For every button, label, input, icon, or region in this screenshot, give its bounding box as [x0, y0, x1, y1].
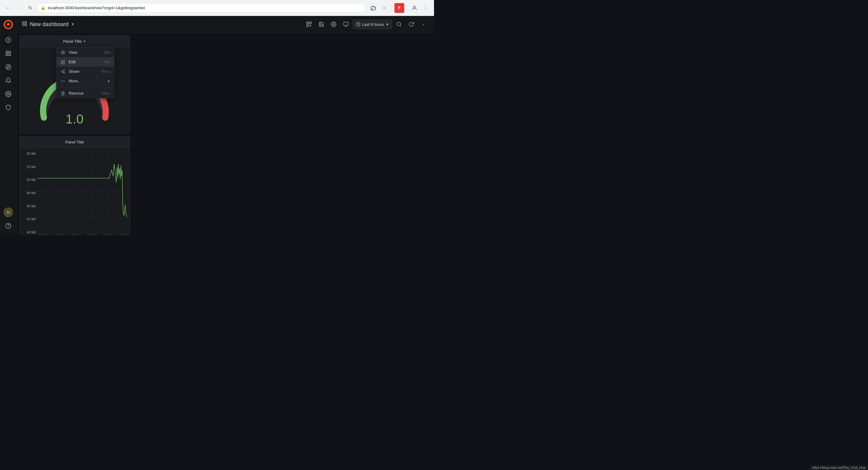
x-label-4: 19:00 — [102, 234, 111, 235]
x-label-3: 18:00 — [86, 234, 95, 235]
svg-rect-9 — [6, 54, 8, 56]
panel1-header[interactable]: Panel Title ▼ — [20, 36, 129, 47]
svg-marker-12 — [7, 66, 9, 68]
svg-point-1 — [413, 6, 415, 8]
svg-rect-17 — [25, 22, 27, 23]
dashboard-grid-icon — [22, 21, 27, 28]
svg-point-38 — [63, 81, 63, 81]
x-label-0: 15:00 — [37, 234, 46, 235]
svg-rect-16 — [22, 22, 24, 23]
y-label-4: 45 Mil — [27, 204, 36, 208]
svg-rect-22 — [307, 25, 308, 27]
browser-chrome: ← → ↻ 🔒 localhost:3000/dashboard/new?org… — [0, 0, 434, 16]
panel1-title: Panel Title — [63, 39, 82, 43]
svg-point-34 — [61, 71, 63, 72]
refresh-button[interactable] — [406, 19, 417, 30]
title-dropdown-arrow[interactable]: ▼ — [71, 22, 74, 26]
app-container: H — [0, 16, 434, 235]
sidebar-item-explore[interactable] — [2, 61, 14, 73]
add-panel-button[interactable] — [304, 19, 315, 30]
gauge-panel: Panel Title ▼ View ⌨ — [19, 35, 130, 134]
address-bar[interactable]: 🔒 localhost:3000/dashboard/new?orgId=1&g… — [37, 3, 366, 13]
reload-button[interactable]: ↻ — [26, 4, 34, 12]
top-bar-actions: Last 6 hours ▼ ‹ — [304, 19, 429, 30]
time-range-label: Last 6 hours — [362, 22, 384, 27]
bookmark-button[interactable]: ☆ — [379, 3, 389, 13]
remove-label: Remove — [69, 91, 98, 95]
context-menu-share[interactable]: Share ⌨ p s — [57, 67, 114, 76]
chart-wrapper: 55 Mil 53 Mil 50 Mil 48 Mil 45 Mil 43 Mi… — [20, 148, 129, 235]
edit-shortcut: ⌨ e — [104, 60, 111, 64]
svg-rect-10 — [9, 54, 11, 56]
svg-point-33 — [64, 70, 65, 71]
y-label-6: 40 Mil — [27, 230, 36, 234]
x-label-2: 17:00 — [70, 234, 79, 235]
chart-x-labels: 15:00 16:00 17:00 18:00 19:00 20:00 — [37, 234, 127, 235]
edit-icon — [60, 60, 66, 64]
dashboard-title: New dashboard — [30, 21, 68, 28]
chart-y-labels: 55 Mil 53 Mil 50 Mil 48 Mil 45 Mil 43 Mi… — [20, 152, 37, 234]
extension-button[interactable]: F — [394, 3, 404, 13]
svg-line-31 — [400, 25, 401, 26]
panel2-title: Panel Title — [65, 140, 84, 144]
svg-rect-26 — [343, 22, 348, 26]
context-menu-more[interactable]: More... ► — [57, 76, 114, 86]
profile-button[interactable] — [409, 3, 419, 13]
chart-panel: Panel Title 55 Mil 53 Mil 50 Mil 48 Mil … — [19, 136, 130, 235]
sidebar-item-create[interactable] — [2, 34, 14, 46]
svg-point-30 — [397, 22, 401, 26]
x-label-1: 16:00 — [54, 234, 62, 235]
panel1-dropdown-arrow: ▼ — [83, 40, 86, 43]
sidebar: H — [0, 16, 17, 235]
forward-button[interactable]: → — [15, 4, 23, 12]
settings-button[interactable] — [328, 19, 339, 30]
tv-mode-button[interactable] — [340, 19, 351, 30]
y-label-5: 43 Mil — [27, 217, 36, 221]
context-menu-remove[interactable]: Remove ⌨ p r — [57, 88, 114, 98]
title-area: New dashboard ▼ — [22, 21, 301, 28]
sidebar-item-configuration[interactable] — [2, 88, 14, 100]
menu-button[interactable]: ⋮ — [421, 3, 430, 13]
more-icon — [60, 79, 66, 83]
remove-icon — [60, 91, 66, 95]
back-button[interactable]: ← — [4, 4, 12, 12]
y-label-2: 50 Mil — [27, 178, 36, 181]
more-options-button[interactable]: ‹ — [418, 19, 429, 30]
view-shortcut: ⌨ v — [104, 51, 111, 54]
svg-point-39 — [64, 81, 64, 81]
sidebar-item-help[interactable] — [2, 219, 14, 232]
remove-shortcut: ⌨ p r — [102, 92, 111, 95]
context-menu-view[interactable]: View ⌨ v — [57, 48, 114, 57]
chart-svg — [37, 152, 127, 231]
divider — [392, 5, 392, 11]
user-avatar[interactable]: H — [3, 207, 13, 217]
share-icon — [60, 69, 66, 74]
svg-point-32 — [62, 52, 64, 53]
panel2-header[interactable]: Panel Title — [20, 137, 129, 148]
y-label-3: 48 Mil — [27, 191, 36, 195]
svg-point-35 — [64, 72, 65, 74]
grafana-logo[interactable] — [2, 19, 14, 31]
save-dashboard-button[interactable] — [316, 19, 327, 30]
context-menu: View ⌨ v Edit — [56, 47, 115, 98]
svg-line-36 — [62, 71, 64, 72]
context-menu-edit[interactable]: Edit ⌨ e — [57, 57, 114, 67]
sidebar-item-alerting[interactable] — [2, 74, 14, 87]
time-range-button[interactable]: Last 6 hours ▼ — [353, 19, 392, 29]
search-button[interactable] — [394, 19, 405, 30]
more-label: More... — [69, 79, 104, 83]
svg-point-40 — [61, 81, 62, 81]
divider2 — [407, 5, 407, 11]
lock-icon: 🔒 — [41, 6, 45, 10]
panels-area: Panel Title ▼ View ⌨ — [17, 33, 434, 235]
svg-rect-7 — [6, 51, 8, 53]
sidebar-item-dashboards[interactable] — [2, 47, 14, 60]
browser-right-icons: ☆ F ⋮ — [368, 3, 430, 13]
gauge-value: 1.0 — [66, 112, 84, 126]
sidebar-item-shield[interactable] — [2, 101, 14, 114]
cast-button[interactable] — [368, 3, 378, 13]
top-bar: New dashboard ▼ — [17, 16, 434, 33]
menu-divider — [57, 87, 114, 87]
svg-rect-18 — [22, 24, 24, 26]
more-arrow: ► — [107, 79, 111, 83]
